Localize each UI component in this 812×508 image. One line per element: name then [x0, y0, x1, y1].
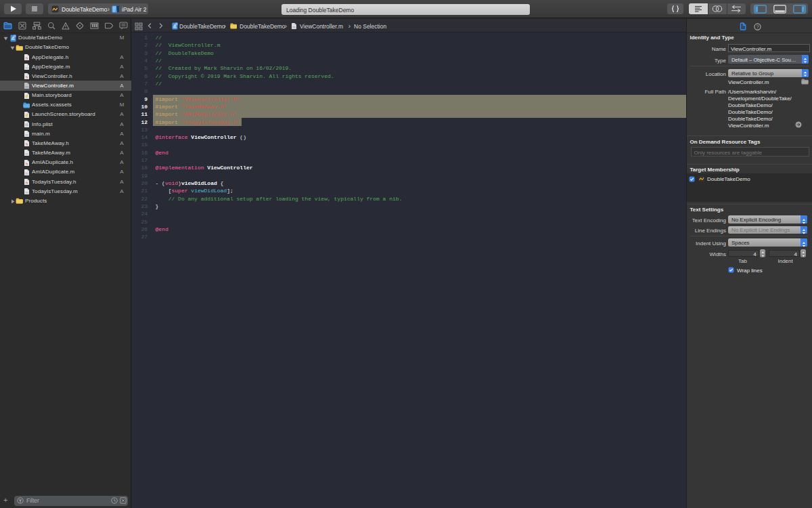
- svg-text:m: m: [25, 85, 28, 89]
- svg-text:m: m: [25, 152, 28, 156]
- svg-text:m: m: [292, 25, 296, 29]
- svg-text:h: h: [25, 56, 27, 60]
- svg-text:h: h: [25, 142, 27, 146]
- svg-text:m: m: [25, 171, 28, 175]
- svg-text:m: m: [25, 190, 28, 194]
- svg-text:m: m: [25, 66, 28, 70]
- svg-text:m: m: [25, 133, 28, 137]
- svg-text:h: h: [25, 162, 27, 166]
- svg-text:h: h: [25, 181, 27, 185]
- svg-text:h: h: [25, 75, 27, 79]
- svg-text:?: ?: [756, 24, 759, 30]
